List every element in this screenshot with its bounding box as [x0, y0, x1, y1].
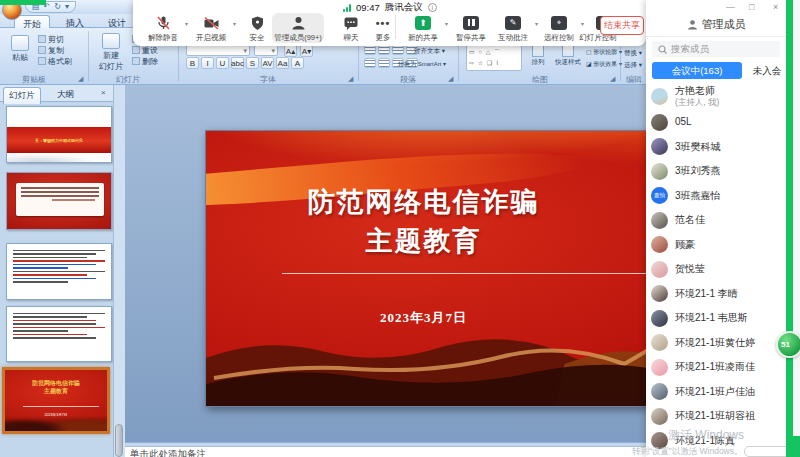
font-format-button[interactable]: S [246, 57, 259, 69]
new-share-button[interactable]: ⬆ 新的共享 [401, 14, 445, 43]
tab-slides-pane[interactable]: 幻灯片 [3, 87, 41, 104]
member-row[interactable]: 环境21-1班胡容祖 [646, 404, 786, 429]
windows-activation-watermark-line2: 转到“设置”以激活 Windows。 [632, 446, 743, 457]
member-icon [687, 19, 698, 30]
member-row[interactable]: 环境21-1班黄仕婷 [646, 331, 786, 356]
shape-effects-button[interactable]: ◪ 形状效果 ▾ [586, 60, 622, 69]
font-format-button[interactable]: A [291, 57, 304, 69]
member-row[interactable]: 范名佳 [646, 208, 786, 233]
align-left-button[interactable] [364, 58, 376, 68]
member-row[interactable]: 05L [646, 110, 786, 135]
numbering-button[interactable] [378, 45, 390, 55]
member-row[interactable]: 3班刘秀燕 [646, 159, 786, 184]
close-pane-icon[interactable]: × [101, 88, 106, 97]
font-format-button[interactable]: AV [261, 57, 274, 69]
tab-in-meeting[interactable]: 会议中(163) [652, 62, 742, 79]
align-center-button[interactable] [378, 58, 390, 68]
tab-not-joined[interactable]: 未入会 [742, 62, 792, 79]
search-members-input[interactable]: 搜索成员 [652, 41, 780, 57]
slide-thumbnail-5-selected[interactable]: 防范网络电信诈骗主题教育 2023年3月7日 [2, 367, 110, 434]
arrange-button[interactable]: 排列 [526, 45, 550, 67]
font-format-button[interactable]: Aa [276, 57, 289, 69]
pause-share-button[interactable]: 暂停共享 [449, 14, 493, 43]
avatar: 嘉怡 [651, 187, 668, 204]
slide-thumbnail-2[interactable] [6, 172, 112, 230]
annotation-pen-icon: ✎ [505, 16, 521, 30]
panel-minimize-icon[interactable]: — [726, 2, 735, 12]
bullets-button[interactable] [364, 45, 376, 55]
mic-options-caret-icon[interactable]: ▾ [185, 20, 188, 27]
end-share-button[interactable]: 结束共享 [600, 16, 644, 35]
member-row[interactable]: 顾豪 [646, 233, 786, 258]
panel-close-icon[interactable]: × [773, 2, 778, 12]
copy-button[interactable]: 复制 [38, 45, 64, 56]
member-row[interactable]: 环境21-1 李晴 [646, 282, 786, 307]
panel-maximize-icon[interactable]: □ [749, 2, 754, 12]
decrease-indent-button[interactable] [392, 45, 404, 55]
tab-outline-pane[interactable]: 大纲 [52, 87, 79, 103]
font-name-combobox[interactable]: ▾ [186, 45, 250, 56]
shrink-font-button[interactable]: A▾ [300, 45, 313, 57]
slide-thumbnail-4[interactable] [6, 306, 112, 362]
font-format-button[interactable]: U [216, 57, 229, 69]
reset-button[interactable]: 重设 [132, 45, 158, 56]
avatar [651, 163, 668, 180]
quick-styles-button[interactable]: 快速样式 [552, 45, 584, 67]
annotate-button[interactable]: ✎ 互动批注 [491, 14, 535, 43]
paragraph-group-label: 段落 [390, 74, 426, 85]
slide-thumbnail-1[interactable]: 五：警惕助力中国式现代化 [6, 106, 112, 163]
member-row[interactable]: 贺悦莹 [646, 257, 786, 282]
share-options-caret-icon[interactable]: ▾ [445, 20, 448, 27]
slide-canvas[interactable]: 防范网络电信诈骗主题教育 2023年3月7日 [205, 130, 697, 407]
drawing-dialog-launcher[interactable]: ◢ [610, 75, 615, 83]
member-row[interactable]: 环境21-1班卢佳油 [646, 380, 786, 405]
thumbnail-scrollbar-thumb[interactable] [115, 424, 123, 457]
member-row[interactable]: 3班樊科城 [646, 135, 786, 160]
delete-slide-button[interactable]: 删除 [132, 56, 158, 67]
clipboard-dialog-launcher[interactable]: ◢ [78, 75, 83, 83]
redo-icon[interactable]: ↻ [54, 3, 61, 11]
avatar [651, 408, 668, 425]
share-border-right [786, 0, 793, 457]
font-format-button[interactable]: abc [231, 57, 244, 69]
unmute-button[interactable]: 解除静音 [141, 14, 185, 43]
floating-green-badge[interactable]: 51 [776, 331, 800, 358]
avatar [651, 88, 668, 105]
font-format-button[interactable]: B [186, 57, 199, 69]
align-text-button[interactable]: 对齐文本 ▾ [414, 47, 445, 56]
format-painter-button[interactable]: 格式刷 [38, 56, 72, 67]
member-row[interactable]: 方艳老师 (主持人, 我) [646, 82, 786, 110]
member-row[interactable]: 嘉怡 3班燕嘉怡 [646, 184, 786, 209]
select-button[interactable]: 选择 ▾ [624, 61, 642, 70]
more-button[interactable]: ••• 更多 [361, 14, 405, 43]
members-panel: — □ × 管理成员 搜索成员 会议中(163) 未入会 方艳老师 (主持人, … [646, 0, 786, 457]
font-format-button[interactable]: I [201, 57, 214, 69]
font-size-combobox[interactable]: ▾ [254, 45, 278, 56]
font-dialog-launcher[interactable]: ◢ [348, 75, 353, 83]
convert-smartart-button[interactable]: 转换为 SmartArt ▾ [398, 60, 446, 69]
member-row[interactable]: 环境21-1 韦思斯 [646, 306, 786, 331]
info-icon[interactable]: i [428, 3, 437, 12]
qat-customize-icon[interactable]: ▾ [65, 3, 69, 11]
shapes-gallery[interactable]: ▭ ○ △ ⌒ ⇨ ☆ ❏ ⌇ [466, 45, 522, 71]
avatar [651, 261, 668, 278]
paste-button[interactable]: 粘贴 [6, 35, 34, 63]
manage-members-button[interactable]: 管理成员(99+) [272, 14, 324, 43]
slides-group-label: 幻灯片 [108, 74, 148, 85]
meeting-toolbar: 09:47 腾讯会议 i 解除静音 ▾ 开启视频 ▾ 安全 管理成员(99+) … [133, 0, 646, 46]
format-painter-icon [38, 57, 46, 65]
cut-icon [38, 35, 46, 43]
replace-button[interactable]: 替换 ▾ [624, 49, 642, 58]
cut-button[interactable]: 剪切 [38, 34, 64, 45]
share-border-top [0, 0, 46, 5]
member-row[interactable]: 环境21-1班凌雨佳 [646, 355, 786, 380]
start-video-button[interactable]: 开启视频 [189, 14, 233, 43]
thumbnail-scrollbar[interactable] [113, 85, 125, 457]
members-panel-header: 管理成员 [646, 17, 786, 32]
shape-outline-button[interactable]: ▢ 形状轮廓 ▾ [586, 48, 622, 57]
paragraph-dialog-launcher[interactable]: ◢ [448, 75, 453, 83]
slide-thumbnail-3[interactable] [6, 243, 112, 300]
grow-font-button[interactable]: A▴ [284, 45, 297, 57]
editing-group-label: 编辑 [622, 74, 646, 85]
new-slide-button[interactable]: 新建 幻灯片 [94, 33, 128, 72]
